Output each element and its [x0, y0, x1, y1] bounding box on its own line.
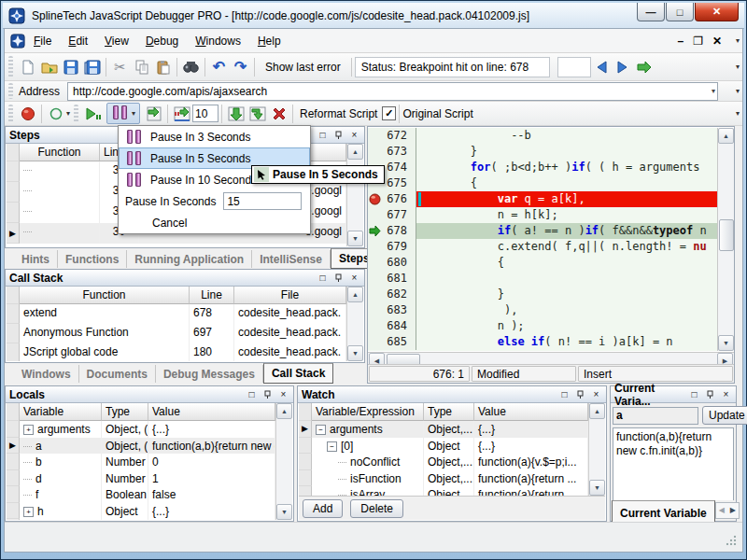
scroll-down-icon[interactable]: ▼: [347, 345, 363, 361]
menubar-item-file[interactable]: File: [25, 31, 60, 51]
tab-scroll-left-icon[interactable]: ◀: [719, 506, 725, 514]
column-header[interactable]: Function: [20, 287, 190, 304]
gutter-line-number[interactable]: 679: [368, 239, 416, 255]
code-line[interactable]: 679 c.extend( f,q||( n.length! = nu: [368, 239, 718, 255]
step-down-icon[interactable]: [225, 103, 247, 124]
pause-seconds-input[interactable]: [223, 192, 302, 210]
watch-row[interactable]: noConflictObject,...function(a){v.$=p;i.…: [299, 454, 588, 470]
watch-row[interactable]: ▶−argumentsObject,...{...}: [299, 421, 588, 438]
watch-row[interactable]: −[0]Object{...}: [299, 438, 588, 455]
column-header[interactable]: Function: [20, 144, 100, 161]
editor-vertical-scrollbar[interactable]: ▲ ▼: [717, 128, 734, 351]
editor-lines[interactable]: 672 --b673 }674 for( ;b<d;b++ )if( ( h =…: [368, 128, 718, 351]
code-line[interactable]: 680 {: [368, 255, 718, 271]
step-into-icon[interactable]: [143, 103, 164, 124]
new-document-icon[interactable]: [17, 56, 38, 77]
scroll-up-icon[interactable]: ▲: [347, 287, 363, 302]
call-stack-row[interactable]: Anonymous Function697codesite_head.pack.: [7, 324, 346, 343]
code-line[interactable]: 676 var q = a[k],: [368, 191, 718, 207]
menubar-item-view[interactable]: View: [96, 31, 137, 51]
close-panel-icon[interactable]: ×: [590, 388, 602, 400]
pin-panel-icon[interactable]: [332, 129, 345, 141]
tab-intellisense[interactable]: IntelliSense: [252, 250, 331, 268]
paste-icon[interactable]: [152, 56, 174, 77]
watch-add-button[interactable]: Add: [303, 499, 343, 518]
pause-menu-item[interactable]: Pause In 3 Seconds: [119, 126, 310, 147]
code-line[interactable]: 683 ),: [368, 302, 718, 318]
close-panel-icon[interactable]: ×: [348, 272, 360, 284]
column-header[interactable]: File: [234, 287, 346, 304]
locals-row[interactable]: fBooleanfalse: [7, 486, 275, 503]
scroll-up-icon[interactable]: ▲: [276, 403, 292, 419]
current-variable-name-input[interactable]: [613, 407, 698, 425]
code-line[interactable]: 677 n = h[k];: [368, 207, 718, 223]
toolbar-overflow-icon[interactable]: ▾: [736, 36, 740, 45]
code-line[interactable]: 684 n );: [368, 318, 718, 334]
gutter-line-number[interactable]: 681: [368, 271, 416, 287]
locals-row[interactable]: ▶aObject, (function(a,b){return new c.: [7, 438, 275, 455]
continue-icon[interactable]: [82, 103, 104, 124]
code-line[interactable]: 681: [368, 271, 718, 287]
menubar-item-windows[interactable]: Windows: [187, 31, 249, 51]
gutter-line-number[interactable]: 673: [368, 144, 416, 160]
pause-button[interactable]: ▾: [106, 103, 140, 124]
locals-row[interactable]: +: [7, 519, 275, 520]
address-dropdown-icon[interactable]: ▾: [712, 87, 715, 95]
column-header[interactable]: Value: [474, 403, 588, 421]
gutter-line-number[interactable]: 676: [368, 191, 416, 207]
pause-menu-cancel-item[interactable]: Cancel: [119, 212, 310, 233]
code-line[interactable]: 672 --b: [368, 128, 718, 144]
watch-scrollbar[interactable]: ▲ ▼: [588, 403, 605, 496]
tab-hints[interactable]: Hints: [14, 250, 58, 268]
column-header[interactable]: Variable/Expression: [312, 403, 424, 421]
current-line-arrow-icon[interactable]: [369, 225, 381, 237]
run-to-line-count-input[interactable]: [192, 105, 218, 122]
resize-grip[interactable]: [726, 535, 737, 546]
watch-row[interactable]: isFunctionObject,...function(a){return .…: [299, 470, 588, 487]
run-to-line-icon[interactable]: [171, 103, 192, 124]
pin-panel-icon[interactable]: [574, 388, 586, 400]
mdi-restore-icon[interactable]: ❐: [693, 35, 703, 48]
save-all-icon[interactable]: [81, 56, 103, 77]
locals-row[interactable]: dNumber1: [7, 470, 275, 487]
cut-icon[interactable]: ✂: [109, 56, 131, 77]
column-header[interactable]: Variable: [20, 403, 102, 421]
open-file-icon[interactable]: [38, 56, 60, 77]
scroll-down-icon[interactable]: ▼: [589, 480, 605, 496]
pause-menu-custom-item[interactable]: Pause In Seconds: [119, 190, 310, 212]
tab-windows[interactable]: Windows: [14, 365, 79, 383]
collapse-icon[interactable]: −: [316, 425, 326, 435]
gutter-line-number[interactable]: 685: [368, 334, 416, 350]
close-button[interactable]: ✕: [695, 3, 739, 21]
menubar-item-debug[interactable]: Debug: [137, 31, 187, 51]
locals-scrollbar[interactable]: ▲ ▼: [275, 403, 292, 520]
update-variable-button[interactable]: Update: [702, 406, 747, 425]
scrollbar-thumb[interactable]: [719, 219, 734, 251]
pin-panel-icon[interactable]: [261, 388, 274, 400]
clear-breakpoints-icon[interactable]: [45, 103, 66, 124]
code-line[interactable]: 685 else if( n! == i )a[k] = n: [368, 334, 718, 350]
tab-functions[interactable]: Functions: [58, 250, 127, 268]
pin-panel-icon[interactable]: [704, 388, 716, 400]
close-panel-icon[interactable]: ×: [348, 129, 360, 141]
address-input[interactable]: http://code.google.com/apis/ajaxsearch ▾: [67, 82, 718, 101]
toolbar-overflow-icon[interactable]: ▾: [736, 87, 740, 95]
pause-dropdown-icon[interactable]: ▾: [132, 109, 135, 118]
mdi-close-icon[interactable]: ✕: [712, 35, 722, 48]
copy-icon[interactable]: [131, 56, 152, 77]
collapse-icon[interactable]: −: [327, 441, 337, 452]
call-stack-row[interactable]: extend678codesite_head.pack.: [7, 304, 346, 324]
breakpoint-icon[interactable]: [17, 103, 38, 124]
gutter-line-number[interactable]: 672: [368, 128, 416, 144]
gutter-line-number[interactable]: 678: [368, 223, 416, 239]
float-panel-icon[interactable]: □: [246, 388, 258, 400]
toolbar-grip[interactable]: [8, 56, 13, 77]
scroll-up-icon[interactable]: ▲: [589, 403, 605, 419]
steps-scrollbar[interactable]: ▲ ▼: [346, 144, 363, 246]
tab-running-application[interactable]: Running Application: [127, 250, 252, 268]
gutter-line-number[interactable]: 680: [368, 255, 416, 271]
column-header[interactable]: Type: [424, 403, 474, 421]
scroll-down-icon[interactable]: ▼: [718, 335, 734, 351]
column-header[interactable]: Line: [190, 287, 234, 304]
tab-call-stack[interactable]: Call Stack: [263, 363, 333, 384]
